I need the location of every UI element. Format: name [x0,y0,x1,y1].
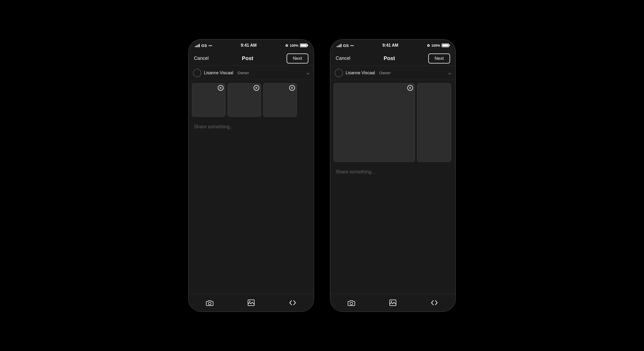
media-area-1: ✕ ✕ ✕ [189,80,314,120]
status-time-2: 9:41 AM [382,43,398,48]
battery-percent-2: 100% [431,44,440,47]
bluetooth-icon-1: ✿ [285,44,288,47]
code-icon-1[interactable] [289,300,296,306]
battery-icon-2 [442,44,449,47]
image-icon-1[interactable] [248,300,255,306]
status-left-2: GS ••• [337,43,354,48]
user-role-1: Owner [237,71,249,75]
status-time-1: 9:41 AM [241,43,257,48]
code-icon-2[interactable] [431,300,438,306]
status-bar-1: GS ••• 9:41 AM ✿ 100% [189,40,314,51]
carrier-text-2: GS [343,43,349,48]
cancel-button-1[interactable]: Cancel [194,56,209,61]
thumbnail-2: ✕ [228,83,261,117]
signal-bars-icon-2 [337,44,341,47]
thumbnail-3: ✕ [263,83,297,117]
camera-icon-2[interactable] [348,300,355,306]
bottom-bar-1 [189,294,314,311]
next-button-2[interactable]: Next [428,54,450,63]
user-name-2: Lisanne Viscaal [346,71,375,75]
wifi-icon-2: ••• [350,44,354,47]
next-button-1[interactable]: Next [287,54,308,63]
nav-bar-1: Cancel Post Next [189,51,314,66]
remove-media-1[interactable]: ✕ [218,85,224,91]
user-role-2: Owner [379,71,391,75]
page-title-1: Post [242,55,253,61]
svg-point-3 [350,302,353,305]
carrier-text-1: GS [201,43,207,48]
status-bar-2: GS ••• 9:41 AM ✿ 100% [330,40,455,51]
page-title-2: Post [384,55,395,61]
media-thumbnails-2: ✕ [334,83,452,162]
wifi-icon-1: ••• [209,44,212,47]
battery-percent-1: 100% [290,44,298,47]
nav-bar-2: Cancel Post Next [330,51,455,66]
media-thumbnails-1: ✕ ✕ ✕ [192,83,310,117]
svg-point-0 [208,302,211,305]
media-area-2: ✕ [330,80,455,165]
share-placeholder-1: Share something... [194,124,234,129]
bluetooth-icon-2: ✿ [427,44,430,47]
thumbnail-large-1: ✕ [334,83,415,162]
user-row-2[interactable]: Lisanne Viscaal Owner ⌵ [330,66,455,80]
phone-frame-1: GS ••• 9:41 AM ✿ 100% Cancel Post Next L… [188,39,314,312]
status-left-1: GS ••• [195,43,212,48]
battery-icon-1 [300,44,307,47]
remove-media-large-1[interactable]: ✕ [407,85,413,91]
chevron-down-icon-1: ⌵ [307,70,309,75]
thumbnail-1: ✕ [192,83,225,117]
avatar-2 [335,69,343,77]
cancel-button-2[interactable]: Cancel [336,56,350,61]
thumbnail-medium-1 [417,83,451,162]
user-name-1: Lisanne Viscaal [204,71,233,75]
bottom-bar-2 [330,294,455,311]
avatar-1 [193,69,201,77]
signal-bars-icon [195,44,200,47]
text-input-area-2[interactable]: Share something... [330,165,455,294]
image-icon-2[interactable] [389,300,396,306]
share-placeholder-2: Share something... [336,169,375,174]
text-input-area-1[interactable]: Share something... [189,120,314,294]
status-right-1: ✿ 100% [285,44,307,47]
camera-icon-1[interactable] [206,300,213,306]
remove-media-2[interactable]: ✕ [254,85,259,91]
remove-media-3[interactable]: ✕ [289,85,295,91]
svg-point-5 [391,301,392,302]
phone-frame-2: GS ••• 9:41 AM ✿ 100% Cancel Post Next L… [330,39,456,312]
svg-point-2 [249,301,250,302]
status-right-2: ✿ 100% [427,44,449,47]
user-row-1[interactable]: Lisanne Viscaal Owner ⌵ [189,66,314,80]
chevron-down-icon-2: ⌵ [448,70,451,75]
